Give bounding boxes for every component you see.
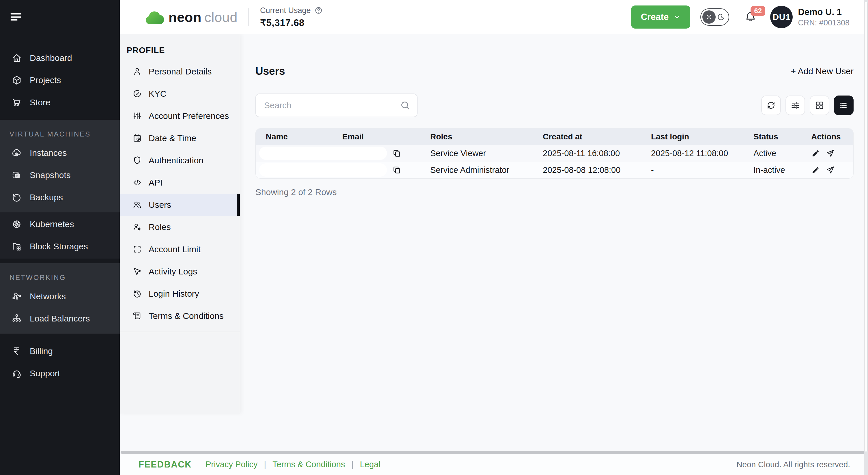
header-divider bbox=[248, 8, 249, 26]
search-icon bbox=[400, 100, 411, 111]
resend-invite-button[interactable] bbox=[826, 166, 835, 175]
cell-created-at: 2025-08-11 16:08:00 bbox=[543, 149, 651, 158]
footer-link-separator: | bbox=[264, 460, 266, 469]
sidebar-item-backups[interactable]: Backups bbox=[0, 186, 120, 208]
resend-invite-button[interactable] bbox=[826, 149, 835, 158]
profile-item-label: Account Limit bbox=[149, 245, 200, 254]
cell-roles: Service Administrator bbox=[430, 165, 543, 175]
profile-item-label: API bbox=[149, 178, 162, 188]
profile-item-roles[interactable]: Roles bbox=[120, 216, 240, 238]
current-usage-label: Current Usage bbox=[260, 6, 311, 15]
page-title: Users bbox=[255, 65, 285, 77]
profile-item-api[interactable]: API bbox=[120, 171, 240, 194]
home-icon bbox=[11, 53, 22, 63]
footer-link-separator: | bbox=[351, 460, 354, 469]
person-icon bbox=[132, 67, 142, 76]
cell-last-login: 2025-08-12 11:08:00 bbox=[651, 149, 753, 158]
create-button[interactable]: Create bbox=[631, 5, 690, 29]
table-header-row: NameEmailRolesCreated atLast loginStatus… bbox=[256, 128, 853, 145]
brand-logo[interactable]: neoncloud bbox=[144, 9, 238, 25]
rupee-icon bbox=[11, 346, 22, 356]
profile-item-account-limit[interactable]: Account Limit bbox=[120, 238, 240, 260]
footer: FEEDBACK Privacy Policy|Terms & Conditio… bbox=[120, 454, 868, 475]
brand-name: neoncloud bbox=[168, 9, 238, 25]
question-circle-icon[interactable] bbox=[314, 6, 323, 15]
cell-status: In-active bbox=[753, 165, 811, 175]
add-new-user-button[interactable]: + Add New User bbox=[790, 66, 854, 76]
user-name: Demo U. 1 bbox=[798, 7, 849, 17]
column-header-email: Email bbox=[342, 132, 430, 141]
profile-item-authentication[interactable]: Authentication bbox=[120, 149, 240, 171]
profile-nav: Personal DetailsKYCAccount PreferencesDa… bbox=[120, 60, 240, 327]
sidebar-item-block-storages[interactable]: Block Storages bbox=[0, 235, 120, 257]
profile-item-account-preferences[interactable]: Account Preferences bbox=[120, 105, 240, 127]
profile-nav-divider bbox=[120, 331, 240, 332]
primary-nav: DashboardProjectsStoreVIRTUAL MACHINESIn… bbox=[0, 45, 120, 386]
restore-icon bbox=[11, 192, 22, 202]
light-mode-sun-icon[interactable] bbox=[702, 10, 716, 24]
table-row: Service Viewer2025-08-11 16:08:002025-08… bbox=[256, 145, 853, 162]
vertical-scrollbar[interactable] bbox=[864, 0, 868, 475]
grid-view-button[interactable] bbox=[810, 96, 829, 115]
sidebar-item-billing[interactable]: Billing bbox=[0, 340, 120, 362]
profile-item-label: Authentication bbox=[149, 156, 204, 165]
sidebar-item-snapshots[interactable]: Snapshots bbox=[0, 164, 120, 186]
profile-item-kyc[interactable]: KYC bbox=[120, 83, 240, 105]
sidebar-item-store[interactable]: Store bbox=[0, 91, 120, 114]
sidebar-item-projects[interactable]: Projects bbox=[0, 69, 120, 91]
filter-sliders-button[interactable] bbox=[785, 96, 805, 115]
cell-last-login: - bbox=[651, 165, 753, 175]
theme-toggle[interactable] bbox=[700, 8, 729, 26]
profile-item-activity-logs[interactable]: Activity Logs bbox=[120, 260, 240, 283]
cube-icon bbox=[11, 75, 22, 86]
footer-link-terms-conditions[interactable]: Terms & Conditions bbox=[272, 460, 345, 469]
feedback-link[interactable]: FEEDBACK bbox=[138, 460, 192, 470]
cloud-plus-icon bbox=[11, 148, 22, 158]
sidebar-item-label: Snapshots bbox=[30, 170, 71, 180]
headset-icon bbox=[11, 368, 22, 379]
profile-item-users[interactable]: Users bbox=[120, 194, 240, 216]
user-avatar[interactable]: DU1 bbox=[770, 6, 793, 28]
sidebar-item-label: Load Balancers bbox=[30, 314, 90, 323]
list-view-button[interactable] bbox=[834, 96, 854, 115]
sidebar-item-dashboard[interactable]: Dashboard bbox=[0, 47, 120, 69]
profile-item-date-time[interactable]: Date & Time bbox=[120, 127, 240, 149]
copy-email-button[interactable] bbox=[392, 165, 401, 175]
sidebar-item-label: Projects bbox=[30, 75, 61, 85]
column-header-roles: Roles bbox=[430, 132, 543, 141]
sidebar-item-instances[interactable]: Instances bbox=[0, 142, 120, 164]
profile-item-label: KYC bbox=[149, 89, 166, 99]
search-input[interactable] bbox=[255, 94, 417, 117]
notifications-bell-icon[interactable]: 62 bbox=[744, 11, 757, 23]
copy-icon bbox=[392, 165, 401, 175]
profile-item-personal-details[interactable]: Personal Details bbox=[120, 60, 240, 83]
footer-link-legal[interactable]: Legal bbox=[360, 460, 380, 469]
list-view-icon bbox=[839, 100, 849, 110]
top-header: neoncloud Current Usage ₹5,317.68 Create… bbox=[120, 0, 864, 34]
dark-mode-moon-icon[interactable] bbox=[717, 13, 725, 21]
sidebar-item-label: Networks bbox=[30, 291, 66, 301]
profile-item-login-history[interactable]: Login History bbox=[120, 283, 240, 305]
sidebar-section-label: NETWORKING bbox=[0, 266, 120, 285]
column-header-last-login: Last login bbox=[651, 132, 753, 141]
copy-email-button[interactable] bbox=[392, 149, 401, 158]
horizontal-scrollbar[interactable] bbox=[121, 451, 868, 454]
grid-view-icon bbox=[815, 100, 825, 110]
vertical-scrollbar-thumb[interactable] bbox=[864, 2, 868, 452]
code-icon bbox=[132, 178, 142, 187]
sidebar-item-load-balancers[interactable]: Load Balancers bbox=[0, 307, 120, 329]
sidebar-item-support[interactable]: Support bbox=[0, 362, 120, 384]
sidebar-group-4: BillingSupport bbox=[0, 338, 120, 386]
footer-link-privacy-policy[interactable]: Privacy Policy bbox=[206, 460, 258, 469]
edit-user-button[interactable] bbox=[811, 166, 820, 175]
profile-item-terms-conditions[interactable]: Terms & Conditions bbox=[120, 305, 240, 327]
sidebar-item-label: Kubernetes bbox=[30, 219, 74, 229]
primary-sidebar: DashboardProjectsStoreVIRTUAL MACHINESIn… bbox=[0, 0, 120, 475]
edit-user-button[interactable] bbox=[811, 149, 820, 158]
menu-icon[interactable] bbox=[9, 11, 22, 21]
sidebar-item-kubernetes[interactable]: Kubernetes bbox=[0, 213, 120, 235]
cell-status: Active bbox=[753, 149, 811, 158]
sidebar-item-networks[interactable]: Networks bbox=[0, 285, 120, 307]
sidebar-group-networking: NETWORKINGNetworksLoad Balancers bbox=[0, 263, 120, 334]
refresh-button[interactable] bbox=[761, 96, 781, 115]
